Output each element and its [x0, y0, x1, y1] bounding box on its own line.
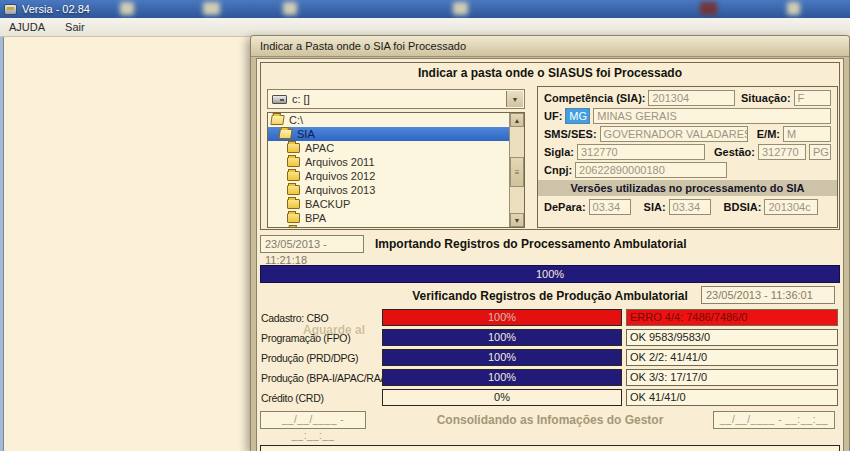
main-titlebar: Versia - 02.84: [0, 0, 850, 18]
sia-version-field[interactable]: 03.34: [669, 199, 711, 215]
competencia-field[interactable]: 201304: [648, 90, 735, 106]
titlebar-reflection: [203, 2, 220, 15]
menu-ajuda[interactable]: AJUDA: [9, 21, 45, 33]
titlebar-reflection: [120, 2, 134, 15]
em-field[interactable]: M: [783, 126, 831, 142]
situacao-label: Situação:: [741, 92, 791, 104]
folder-item[interactable]: Arquivos 2012: [268, 169, 524, 183]
uf-field[interactable]: MG: [565, 108, 590, 124]
versions-band: Versões utilizadas no processamento do S…: [538, 180, 837, 196]
folder-item[interactable]: Arquivos 2011: [268, 155, 524, 169]
row-progressbar: 0%: [382, 389, 622, 406]
bdsia-field[interactable]: 201304c: [764, 199, 818, 215]
processing-info-panel: Competência (SIA): 201304 Situação: F UF…: [537, 86, 838, 228]
closed-folder-icon: [287, 171, 300, 181]
uf-label: UF:: [544, 110, 562, 122]
gestao-label: Gestão:: [714, 146, 755, 158]
consolidate-title: Consolidando as Infomações do Gestor: [407, 413, 693, 427]
folder-item[interactable]: BPA: [268, 211, 524, 225]
verify-row-crd: Crédito (CRD) 0% OK 41/41/0: [260, 389, 840, 409]
combo-dropdown-button[interactable]: ▼: [506, 91, 523, 107]
open-folder-icon: [286, 227, 300, 228]
siasus-groupbox: Indicar a pasta onde o SIASUS foi Proces…: [260, 62, 840, 230]
folder-item[interactable]: Arquivos 2013: [268, 183, 524, 197]
verify-title: Verificando Registros de Produção Ambula…: [407, 289, 693, 303]
row-progressbar: 100%: [382, 369, 622, 386]
drive-combo-value: c: []: [292, 93, 310, 105]
folder-item[interactable]: [268, 225, 524, 228]
sigla-label: Sigla:: [544, 146, 574, 158]
closed-folder-icon: [287, 143, 300, 153]
folder-label: APAC: [305, 142, 334, 154]
sms-ses-field[interactable]: GOVERNADOR VALADARES: [600, 126, 748, 142]
dialog-window: Indicar a Pasta onde o SIA foi Processad…: [250, 35, 850, 451]
depara-field[interactable]: 03.34: [589, 199, 631, 215]
dialog-body: Indicar a pasta onde o SIASUS foi Proces…: [256, 58, 844, 451]
row-progressbar: 100%: [382, 329, 622, 346]
titlebar-reflection: [787, 2, 800, 15]
folder-item[interactable]: APAC: [268, 141, 524, 155]
closed-folder-icon: [287, 213, 300, 223]
import-timestamp: 23/05/2013 - 11:21:18: [260, 235, 364, 253]
sms-ses-label: SMS/SES:: [544, 128, 597, 140]
row-label: Produção (BPA-I/APAC/RAAS): [261, 372, 397, 384]
folder-label: C:\: [289, 114, 303, 126]
next-progress-box: [260, 445, 840, 451]
open-folder-icon: [270, 115, 284, 125]
verify-row-prd-dpg: Produção (PRD/DPG) 100% OK 2/2: 41/41/0: [260, 349, 840, 369]
row-label: Produção (PRD/DPG): [261, 352, 358, 364]
folder-item[interactable]: BACKUP: [268, 197, 524, 211]
drive-combobox[interactable]: c: [] ▼: [267, 89, 525, 109]
closed-folder-icon: [287, 199, 300, 209]
open-folder-icon: [278, 129, 292, 139]
app-icon: [4, 4, 17, 15]
import-title: Importando Registros do Processamento Am…: [375, 237, 687, 251]
sigla-field[interactable]: 312770: [577, 144, 705, 160]
titlebar-reflection: [283, 2, 297, 15]
row-status: OK 2/2: 41/41/0: [626, 349, 838, 366]
bdsia-label: BDSIA:: [724, 201, 762, 213]
cnpj-label: Cnpj:: [544, 164, 572, 176]
cnpj-field[interactable]: 20622890000180: [575, 162, 727, 178]
scroll-up-button[interactable]: ▲: [510, 113, 524, 127]
gestao-tipo-field[interactable]: PG: [809, 144, 831, 160]
gestao-field[interactable]: 312770: [758, 144, 806, 160]
row-status: OK 9583/9583/0: [626, 329, 838, 346]
folder-item[interactable]: C:\: [268, 113, 524, 127]
titlebar-reflection: [700, 2, 717, 15]
folder-label: SIA: [297, 128, 315, 140]
competencia-label: Competência (SIA):: [544, 92, 645, 104]
folder-label: Arquivos 2011: [305, 156, 375, 168]
row-progressbar: 100%: [382, 349, 622, 366]
situacao-field[interactable]: F: [794, 90, 831, 106]
depara-label: DePara:: [544, 201, 586, 213]
consolidate-start-mask: __/__/____ - __:__:__: [260, 411, 366, 429]
folder-label: BPA: [305, 212, 326, 224]
row-label: Crédito (CRD): [261, 392, 324, 404]
groupbox-heading: Indicar a pasta onde o SIASUS foi Proces…: [261, 66, 839, 80]
sia-version-label: SIA:: [644, 201, 666, 213]
drive-icon: [272, 95, 287, 104]
row-status: ERRO 4/4: 7486/7486/0: [626, 309, 838, 326]
titlebar-reflection: [453, 2, 468, 15]
menu-sair[interactable]: Sair: [65, 21, 85, 33]
row-status: OK 3/3: 17/17/0: [626, 369, 838, 386]
closed-folder-icon: [287, 157, 300, 167]
scroll-down-button[interactable]: ▼: [510, 213, 524, 227]
folder-item-selected[interactable]: SIA: [268, 127, 524, 141]
dialog-titlebar: Indicar a Pasta onde o SIA foi Processad…: [251, 36, 849, 57]
folder-label: Arquivos 2013: [305, 184, 375, 196]
closed-folder-icon: [287, 185, 300, 195]
folder-list: C:\ SIA APAC Arquivos 2011: [267, 112, 525, 228]
import-progressbar: 100%: [260, 265, 840, 283]
folder-label: Arquivos 2012: [305, 170, 375, 182]
scroll-thumb[interactable]: ≡: [510, 157, 524, 187]
screen: Versia - 02.84 AJUDA Sair Indicar a Past…: [0, 0, 850, 451]
row-progressbar: 100%: [382, 309, 622, 326]
verify-timestamp: 23/05/2013 - 11:36:01: [701, 286, 835, 304]
consolidate-end-mask: __/__/____ - __:__:__: [713, 411, 835, 429]
folder-list-scrollbar[interactable]: ▲ ≡ ▼: [509, 113, 524, 227]
ghost-wait-text: Aguarde al: [303, 323, 365, 337]
window-title: Versia - 02.84: [22, 3, 90, 15]
uf-name-field[interactable]: MINAS GERAIS: [593, 108, 831, 124]
